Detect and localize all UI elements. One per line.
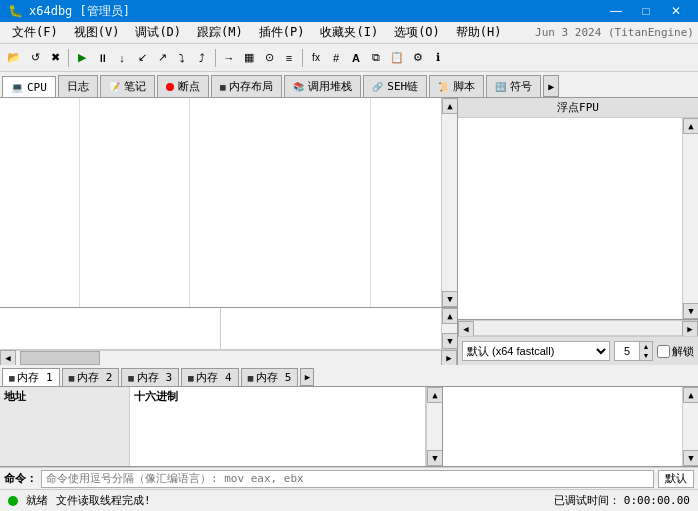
calling-convention-select[interactable]: 默认 (x64 fastcall) x86 stdcall x86 cdecl — [462, 341, 610, 361]
fpu-panel: 浮点FPU ▲ ▼ — [458, 98, 698, 320]
mem-tab-4[interactable]: ▦ 内存 4 — [181, 368, 239, 386]
time-label: 已调试时间： — [554, 493, 620, 508]
mem-scroll-up[interactable]: ▲ — [427, 387, 442, 403]
mem-tab-3[interactable]: ▦ 内存 3 — [121, 368, 179, 386]
mem-tab-2[interactable]: ▦ 内存 2 — [62, 368, 120, 386]
hscroll-track[interactable] — [16, 350, 441, 366]
unlock-checkbox[interactable] — [657, 345, 670, 358]
menu-file[interactable]: 文件(F) — [4, 22, 66, 43]
regs-vscroll[interactable]: ▲ ▼ — [441, 308, 457, 349]
menu-debug[interactable]: 调试(D) — [127, 22, 189, 43]
hscroll-right[interactable]: ▶ — [441, 350, 457, 366]
tab-memmap-icon: ▦ — [220, 82, 225, 92]
toolbar-step-into[interactable]: ↓ — [113, 47, 131, 69]
toolbar-trace-into[interactable]: ⤵ — [173, 47, 191, 69]
stack-area — [221, 308, 441, 349]
toolbar-run-til-ret[interactable]: ↗ — [153, 47, 171, 69]
arg-count-input[interactable] — [615, 342, 639, 360]
mem-left-panel: 地址 十六进制 ▲ ▼ — [0, 387, 442, 466]
toolbar-about[interactable]: ℹ — [429, 47, 447, 69]
menu-favorites[interactable]: 收藏夹(I) — [312, 22, 386, 43]
menu-options[interactable]: 选项(O) — [386, 22, 448, 43]
regs-scroll-up[interactable]: ▲ — [442, 308, 457, 324]
mem-right-scroll-track[interactable] — [683, 403, 698, 450]
menu-view[interactable]: 视图(V) — [66, 22, 128, 43]
fpu-scroll-down[interactable]: ▼ — [683, 303, 698, 319]
toolbar-restart[interactable]: ↺ — [26, 47, 44, 69]
mem-tab-1-label: 内存 1 — [17, 370, 52, 385]
toolbar-hash[interactable]: # — [327, 47, 345, 69]
tab-callstack[interactable]: 📚 调用堆栈 — [284, 75, 361, 97]
close-button[interactable]: ✕ — [662, 0, 690, 22]
menu-plugins[interactable]: 插件(P) — [251, 22, 313, 43]
right-hscroll-track[interactable] — [474, 321, 682, 335]
tabs-arrow[interactable]: ▶ — [543, 75, 559, 97]
command-input[interactable] — [41, 470, 654, 488]
hscroll-left[interactable]: ◀ — [0, 350, 16, 366]
tab-bp[interactable]: 断点 — [157, 75, 209, 97]
tab-symbols-icon: 🔣 — [495, 82, 506, 92]
toolbar-goto[interactable]: → — [220, 47, 238, 69]
menu-help[interactable]: 帮助(H) — [448, 22, 510, 43]
mem-tabs-arrow[interactable]: ▶ — [300, 368, 314, 386]
toolbar-memmap[interactable]: ▦ — [240, 47, 258, 69]
mem-scroll-down[interactable]: ▼ — [427, 450, 442, 466]
mem-right-scroll-down[interactable]: ▼ — [683, 450, 698, 466]
mem-tab-1[interactable]: ▦ 内存 1 — [2, 368, 60, 386]
mem-right-vscroll[interactable]: ▲ ▼ — [682, 387, 698, 466]
left-panel: ▲ ▼ ▲ ▼ ◀ — [0, 98, 458, 365]
toolbar-pause[interactable]: ⏸ — [93, 47, 111, 69]
disasm-scroll-down[interactable]: ▼ — [442, 291, 457, 307]
toolbar-font[interactable]: A — [347, 47, 365, 69]
regs-scroll-down[interactable]: ▼ — [442, 333, 457, 349]
right-hscroll-right[interactable]: ▶ — [682, 321, 698, 337]
top-panels: ▲ ▼ ▲ ▼ ◀ — [0, 98, 698, 365]
disasm-scroll-up[interactable]: ▲ — [442, 98, 457, 114]
tab-memmap[interactable]: ▦ 内存布局 — [211, 75, 282, 97]
toolbar-callstack[interactable]: ≡ — [280, 47, 298, 69]
tab-seh-icon: 🔗 — [372, 82, 383, 92]
tab-bp-label: 断点 — [178, 79, 200, 94]
toolbar-open[interactable]: 📂 — [4, 47, 24, 69]
regs-scroll-track[interactable] — [442, 324, 457, 333]
minimize-button[interactable]: — — [602, 0, 630, 22]
mem-tab-5[interactable]: ▦ 内存 5 — [241, 368, 299, 386]
disasm-instr-col — [190, 98, 371, 307]
toolbar-bp[interactable]: ⊙ — [260, 47, 278, 69]
tab-script[interactable]: 📜 脚本 — [429, 75, 484, 97]
fpu-vscroll[interactable]: ▲ ▼ — [682, 118, 698, 319]
hscroll-thumb[interactable] — [20, 351, 100, 365]
tab-symbols[interactable]: 🔣 符号 — [486, 75, 541, 97]
toolbar-run[interactable]: ▶ — [73, 47, 91, 69]
right-hscroll[interactable]: ◀ ▶ — [458, 320, 698, 336]
title-left: 🐛 x64dbg [管理员] — [8, 3, 130, 20]
mem-right-scroll-up[interactable]: ▲ — [683, 387, 698, 403]
toolbar-step-over[interactable]: ↙ — [133, 47, 151, 69]
tab-log[interactable]: 日志 — [58, 75, 98, 97]
fpu-registers — [458, 118, 682, 319]
toolbar-fx[interactable]: fx — [307, 47, 325, 69]
mem-tab-2-label: 内存 2 — [77, 370, 112, 385]
disasm-scroll-track[interactable] — [442, 114, 457, 291]
menu-trace[interactable]: 跟踪(M) — [189, 22, 251, 43]
toolbar-settings[interactable]: ⚙ — [409, 47, 427, 69]
mem-vscroll[interactable]: ▲ ▼ — [426, 387, 442, 466]
toolbar-close-process[interactable]: ✖ — [46, 47, 64, 69]
tab-cpu[interactable]: 💻 CPU — [2, 76, 56, 98]
tab-script-icon: 📜 — [438, 82, 449, 92]
tab-seh[interactable]: 🔗 SEH链 — [363, 75, 427, 97]
toolbar-copy[interactable]: ⧉ — [367, 47, 385, 69]
right-hscroll-left[interactable]: ◀ — [458, 321, 474, 337]
maximize-button[interactable]: □ — [632, 0, 660, 22]
spin-down[interactable]: ▼ — [640, 351, 652, 360]
toolbar-log[interactable]: 📋 — [387, 47, 407, 69]
tab-note[interactable]: 📝 笔记 — [100, 75, 155, 97]
mem-scroll-track[interactable] — [427, 403, 442, 450]
toolbar-trace-over[interactable]: ⤴ — [193, 47, 211, 69]
arg-count-spinner: ▲ ▼ — [614, 341, 653, 361]
fpu-scroll-up[interactable]: ▲ — [683, 118, 698, 134]
left-hscroll[interactable]: ◀ ▶ — [0, 349, 457, 365]
fpu-scroll-track[interactable] — [683, 134, 698, 303]
spin-up[interactable]: ▲ — [640, 342, 652, 351]
disasm-vscroll[interactable]: ▲ ▼ — [441, 98, 457, 307]
